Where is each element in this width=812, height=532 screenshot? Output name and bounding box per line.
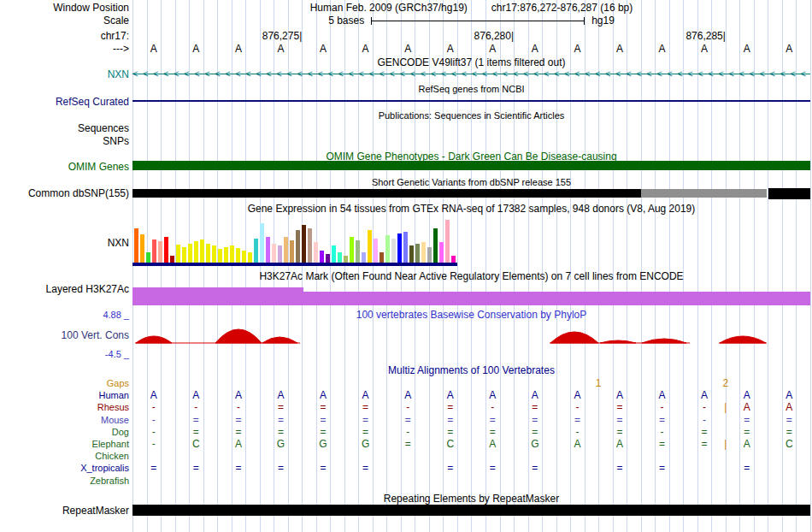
gtex-tissue-bar[interactable] xyxy=(140,234,144,263)
gtex-tissue-bar[interactable] xyxy=(320,251,324,263)
gtex-tissue-bar[interactable] xyxy=(338,252,342,263)
alignment-base: A xyxy=(489,438,496,450)
publications-track-title[interactable]: Publications: Sequences in Scientific Ar… xyxy=(132,109,810,121)
gtex-tissue-bar[interactable] xyxy=(230,245,234,263)
gtex-tissue-bar[interactable] xyxy=(302,225,306,263)
gtex-tissue-bar[interactable] xyxy=(290,240,294,263)
omim-gene-item[interactable] xyxy=(132,161,810,170)
gtex-tissue-bar[interactable] xyxy=(374,239,378,263)
refseq-track-title[interactable]: RefSeq genes from NCBI xyxy=(132,83,810,95)
gtex-tissue-bar[interactable] xyxy=(272,244,276,263)
gtex-tissue-bar[interactable] xyxy=(146,252,150,263)
gtex-tissue-bar[interactable] xyxy=(362,252,366,263)
dbsnp-variant[interactable] xyxy=(641,189,767,198)
multiz-alignment-rows: Gaps12HumanAAAAAAAAAAAAAAAARhesus---===-… xyxy=(0,377,812,488)
gtex-tissue-bar[interactable] xyxy=(421,242,426,263)
gtex-tissue-bar[interactable] xyxy=(439,242,444,263)
gtex-tissue-bar[interactable] xyxy=(278,245,282,263)
gtex-tissue-bar[interactable] xyxy=(170,256,174,263)
gtex-tissue-bar[interactable] xyxy=(350,237,354,263)
gtex-tissue-bar[interactable] xyxy=(152,239,156,263)
gtex-tissue-bar[interactable] xyxy=(200,239,204,263)
gtex-tissue-bar[interactable] xyxy=(164,237,168,263)
dbsnp-track-title[interactable]: Short Genetic Variants from dbSNP releas… xyxy=(132,176,810,188)
gtex-tissue-bar[interactable] xyxy=(380,252,384,263)
gtex-tissue-bar[interactable] xyxy=(326,254,330,263)
alignment-base: = xyxy=(447,414,453,426)
alignment-base: - xyxy=(152,426,156,438)
multiz-row-gaps[interactable]: Gaps12 xyxy=(0,377,812,389)
gtex-tissue-bar[interactable] xyxy=(296,230,300,263)
gtex-tissue-bar[interactable] xyxy=(206,244,210,263)
gtex-tissue-bar[interactable] xyxy=(427,247,432,263)
gtex-tissue-bar[interactable] xyxy=(391,239,396,263)
gtex-tissue-bar[interactable] xyxy=(332,245,336,263)
gtex-tissue-bar[interactable] xyxy=(356,240,360,263)
multiz-row-rhesus[interactable]: Rhesus---===-=-=-=--AA| xyxy=(0,401,812,413)
gtex-tissue-bar[interactable] xyxy=(194,241,198,263)
gtex-tissue-bar[interactable] xyxy=(236,248,240,263)
gtex-tissue-bar[interactable] xyxy=(224,247,228,263)
alignment-base: = xyxy=(362,414,368,426)
alignment-base: A xyxy=(574,438,580,450)
multiz-row-human[interactable]: HumanAAAAAAAAAAAAAAAA xyxy=(0,389,812,401)
gtex-tissue-bar[interactable] xyxy=(212,245,216,263)
gencode-track-title[interactable]: GENCODE V49lift37 (1 items filtered out) xyxy=(132,56,810,68)
gtex-tissue-bar[interactable] xyxy=(260,223,264,263)
insert-mark: 2 xyxy=(723,377,729,389)
multiz-row-dog[interactable]: Dog-=====-===-=-=== xyxy=(0,426,812,438)
dbsnp-variant[interactable] xyxy=(132,189,641,198)
gtex-tissue-bar[interactable] xyxy=(385,235,390,263)
gtex-tissue-bar[interactable] xyxy=(308,228,312,263)
gtex-tissue-bar[interactable] xyxy=(284,237,288,263)
gtex-track-title[interactable]: Gene Expression in 54 tissues from GTEx … xyxy=(132,203,810,215)
gtex-tissue-bar[interactable] xyxy=(134,228,138,263)
multiz-row-x-tropicalis[interactable]: X_tropicalis============ xyxy=(0,462,812,474)
multiz-row-elephant[interactable]: Elephant-CAGGG=CAGAA==AC| xyxy=(0,438,812,450)
multiz-row-chicken[interactable]: Chicken xyxy=(0,450,812,462)
h3k27ac-signal[interactable] xyxy=(303,292,810,305)
gtex-tissue-bar[interactable] xyxy=(218,249,222,263)
gtex-tissue-bar[interactable] xyxy=(242,251,246,263)
gtex-tissue-bar[interactable] xyxy=(266,237,270,263)
gtex-tissue-bar[interactable] xyxy=(445,220,450,263)
phylop-max-value: 4.88 _ xyxy=(0,309,132,321)
alignment-base: = xyxy=(659,438,665,450)
gtex-tissue-bar[interactable] xyxy=(248,252,252,263)
gtex-tissue-bar[interactable] xyxy=(182,247,186,263)
gtex-tissue-bar[interactable] xyxy=(158,241,162,263)
gtex-tissue-bar[interactable] xyxy=(176,245,180,263)
h3k27ac-signal[interactable] xyxy=(132,287,303,305)
gtex-tissue-bar[interactable] xyxy=(254,239,258,263)
gencode-gene-item[interactable]: <<<<<<<<<<<<<<<<<<<<<<<<<<<<<<<<<<<<<<<<… xyxy=(132,68,810,80)
alignment-cells: ============ xyxy=(132,462,810,474)
gtex-gene-model-line[interactable] xyxy=(132,263,457,266)
gtex-tissue-bar[interactable] xyxy=(188,244,192,263)
gtex-tissue-bar[interactable] xyxy=(409,245,414,263)
gtex-bar-chart xyxy=(134,216,459,263)
sequence-base: A xyxy=(150,43,157,55)
alignment-base: - xyxy=(575,426,579,438)
multiz-row-zebrafish[interactable]: Zebrafish xyxy=(0,475,812,487)
repeatmasker-label: RepeatMasker xyxy=(0,505,132,517)
repeatmasker-item[interactable] xyxy=(132,505,810,516)
sequence-base: A xyxy=(235,43,242,55)
gtex-tissue-bar[interactable] xyxy=(415,244,420,263)
phylop-track-title[interactable]: 100 vertebrates Basewise Conservation by… xyxy=(132,309,810,321)
multiz-row-mouse[interactable]: Mouse-============-== xyxy=(0,414,812,426)
alignment-cells: -============-== xyxy=(132,414,810,426)
dbsnp-variant[interactable] xyxy=(768,188,810,199)
repeatmasker-track-title[interactable]: Repeating Elements by RepeatMasker xyxy=(132,493,810,505)
gtex-tissue-bar[interactable] xyxy=(451,256,456,263)
genome-browser-view: Window Position Human Feb. 2009 (GRCh37/… xyxy=(0,0,812,532)
gtex-tissue-bar[interactable] xyxy=(314,242,318,263)
gtex-tissue-bar[interactable] xyxy=(344,256,348,263)
refseq-gene-item[interactable] xyxy=(132,100,810,102)
scale-bases-label: 5 bases xyxy=(328,15,364,27)
gtex-tissue-bar[interactable] xyxy=(433,228,438,263)
multiz-track-title[interactable]: Multiz Alignments of 100 Vertebrates xyxy=(132,364,810,376)
alignment-base: A xyxy=(235,389,242,401)
gtex-tissue-bar[interactable] xyxy=(403,232,408,263)
gtex-tissue-bar[interactable] xyxy=(397,233,402,263)
gtex-tissue-bar[interactable] xyxy=(368,230,372,263)
